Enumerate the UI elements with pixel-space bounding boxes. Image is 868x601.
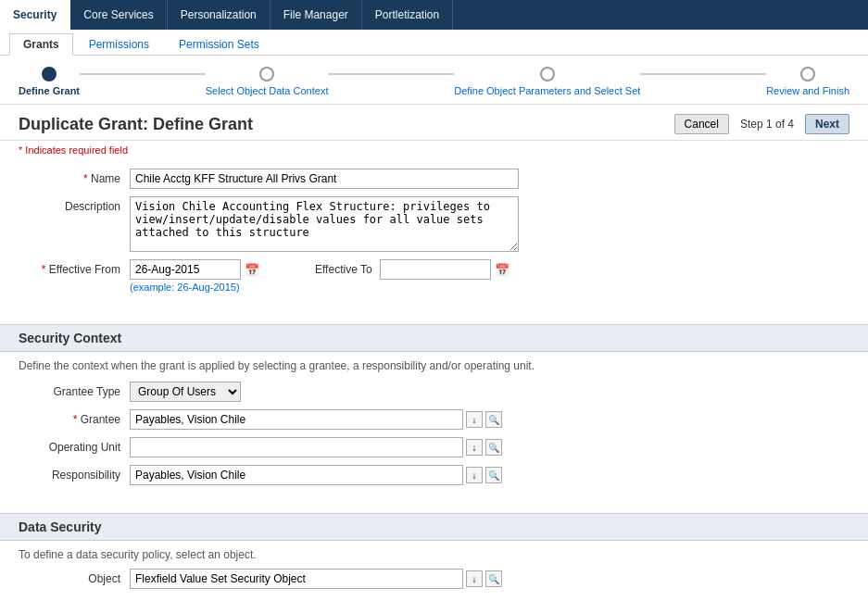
object-input[interactable] [130, 569, 463, 589]
name-input[interactable] [130, 169, 519, 189]
wizard-connector-1 [80, 73, 206, 75]
operating-unit-row: Operating Unit ↓ 🔍 [19, 437, 849, 457]
security-context-header: Security Context [0, 324, 868, 352]
responsibility-row: Responsibility ↓ 🔍 [19, 465, 849, 485]
name-label: Name [19, 169, 130, 185]
effective-dates-row: Effective From 📅 (example: 26-Aug-2015) … [19, 259, 849, 293]
data-security-description: To define a data security policy, select… [19, 548, 849, 561]
page-header: Duplicate Grant: Define Grant Cancel Ste… [0, 105, 868, 141]
grantee-arrow-button[interactable]: ↓ [466, 411, 483, 428]
wizard-connector-3 [640, 73, 766, 75]
nav-file-manager[interactable]: File Manager [270, 0, 362, 30]
responsibility-arrow-button[interactable]: ↓ [466, 467, 483, 483]
operating-unit-label: Operating Unit [19, 441, 130, 454]
security-context-section: Define the context when the grant is app… [0, 352, 868, 504]
wizard-steps-row: Define Grant Select Object Data Context … [19, 67, 849, 96]
wizard-label-2: Select Object Data Context [206, 85, 329, 96]
effective-from-label: Effective From [19, 259, 130, 276]
page-content: Duplicate Grant: Define Grant Cancel Ste… [0, 105, 868, 601]
object-label: Object [19, 572, 130, 585]
grantee-type-select[interactable]: Group Of Users [130, 382, 241, 402]
object-row: Object ↓ 🔍 [19, 569, 849, 589]
responsibility-label: Responsibility [19, 469, 130, 482]
data-security-header: Data Security [0, 513, 868, 541]
data-security-section: To define a data security policy, select… [0, 541, 868, 601]
operating-unit-search-button[interactable]: 🔍 [485, 439, 502, 456]
description-row: Description Vision Chile Accounting Flex… [19, 196, 849, 252]
effective-to-input[interactable] [380, 259, 491, 280]
sub-tabs-bar: Grants Permissions Permission Sets [0, 30, 868, 56]
wizard-circle-1 [42, 67, 57, 81]
required-note: * Indicates required field [0, 141, 868, 159]
effective-from-group: 📅 (example: 26-Aug-2015) [130, 259, 259, 293]
wizard-label-1: Define Grant [19, 85, 80, 96]
header-actions: Cancel Step 1 of 4 Next [674, 114, 849, 134]
effective-to-label: Effective To [315, 263, 372, 276]
operating-unit-wrap: ↓ 🔍 [130, 437, 502, 457]
tab-permissions[interactable]: Permissions [75, 33, 163, 55]
grantee-type-row: Grantee Type Group Of Users [19, 382, 849, 402]
nav-portletization[interactable]: Portletization [362, 0, 453, 30]
object-arrow-button[interactable]: ↓ [466, 570, 483, 587]
description-label: Description [19, 196, 130, 213]
wizard-label-4: Review and Finish [766, 85, 849, 96]
cancel-button[interactable]: Cancel [674, 114, 729, 134]
wizard-steps-container: Define Grant Select Object Data Context … [0, 56, 868, 105]
define-grant-form: Name Description Vision Chile Accounting… [0, 159, 868, 315]
description-input[interactable]: Vision Chile Accounting Flex Structure: … [130, 196, 519, 252]
tab-grants[interactable]: Grants [9, 33, 73, 56]
nav-core-services[interactable]: Core Services [70, 0, 167, 30]
wizard-step-1: Define Grant [19, 67, 80, 96]
wizard-step-2[interactable]: Select Object Data Context [206, 67, 329, 96]
tab-permission-sets[interactable]: Permission Sets [165, 33, 273, 55]
name-row: Name [19, 169, 849, 189]
nav-personalization[interactable]: Personalization [168, 0, 270, 30]
operating-unit-arrow-button[interactable]: ↓ [466, 439, 483, 456]
context-description: Define the context when the grant is app… [19, 359, 849, 372]
wizard-connector-2 [328, 73, 454, 75]
grantee-wrap: ↓ 🔍 [130, 409, 502, 430]
responsibility-input[interactable] [130, 465, 463, 485]
step-indicator: Step 1 of 4 [735, 118, 799, 131]
nav-security[interactable]: Security [0, 0, 70, 30]
wizard-circle-2 [259, 67, 274, 81]
page-title: Duplicate Grant: Define Grant [19, 115, 253, 134]
top-navigation: Security Core Services Personalization F… [0, 0, 868, 30]
wizard-circle-3 [540, 67, 555, 81]
wizard-label-3: Define Object Parameters and Select Set [454, 85, 640, 96]
wizard-circle-4 [800, 67, 815, 81]
effective-to-calendar-icon[interactable]: 📅 [495, 263, 509, 277]
object-search-button[interactable]: 🔍 [485, 570, 502, 587]
grantee-type-wrap: Group Of Users [130, 382, 241, 402]
grantee-type-label: Grantee Type [19, 385, 130, 398]
wizard-step-4[interactable]: Review and Finish [766, 67, 849, 96]
grantee-label: Grantee [19, 413, 130, 426]
responsibility-search-button[interactable]: 🔍 [485, 467, 502, 483]
responsibility-wrap: ↓ 🔍 [130, 465, 502, 485]
grantee-search-button[interactable]: 🔍 [485, 411, 502, 428]
operating-unit-input[interactable] [130, 437, 463, 457]
grantee-row: Grantee ↓ 🔍 [19, 409, 849, 430]
next-button[interactable]: Next [805, 114, 849, 134]
wizard-step-3[interactable]: Define Object Parameters and Select Set [454, 67, 640, 96]
object-wrap: ↓ 🔍 [130, 569, 502, 589]
grantee-input[interactable] [130, 409, 463, 430]
effective-from-calendar-icon[interactable]: 📅 [245, 263, 259, 277]
date-example: (example: 26-Aug-2015) [130, 282, 259, 293]
effective-to-group: Effective To 📅 [315, 259, 509, 280]
effective-from-input[interactable] [130, 259, 241, 280]
